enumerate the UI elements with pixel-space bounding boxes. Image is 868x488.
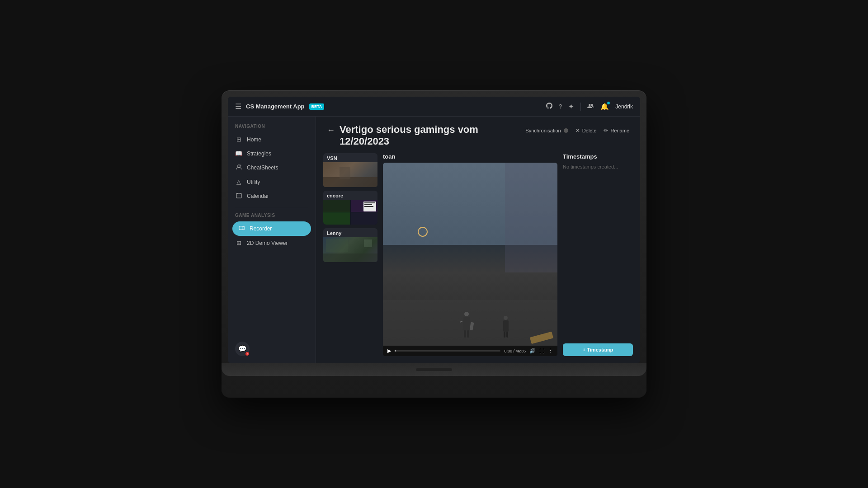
player-card-vsn[interactable]: VSN (323, 153, 377, 187)
add-timestamp-button[interactable]: + Timestamp (563, 343, 633, 356)
chat-icon-wrapper[interactable]: 💬 ! (235, 342, 250, 356)
notification-dot (607, 101, 610, 105)
page-title: Vertigo serious gamings vom 12/20/2023 (340, 124, 525, 148)
team-icon[interactable] (587, 103, 594, 110)
player-thumb-vsn (323, 162, 377, 187)
beta-badge: BETA (309, 103, 325, 110)
sidebar-item-cheatsheets-label: CheatSheets (247, 164, 278, 171)
game-analysis-label: Game analysis (228, 213, 316, 221)
sidebar-item-calendar[interactable]: Calendar (228, 189, 316, 203)
sidebar: Navigation ⊞ Home 📖 Strategies (228, 117, 316, 363)
nav-separator (235, 208, 308, 208)
calendar-icon (235, 192, 242, 200)
delete-icon: ✕ (576, 127, 580, 134)
theme-icon[interactable]: ✦ (568, 103, 574, 111)
header-right: ? ✦ 🔔 Jendrik (546, 103, 633, 111)
time-display: 0:00 / 46:35 (504, 349, 526, 353)
recorder-icon (238, 225, 245, 232)
svg-rect-4 (239, 226, 242, 230)
sync-button[interactable]: Synchronisation (525, 128, 568, 133)
sidebar-item-strategies[interactable]: 📖 Strategies (228, 146, 316, 160)
sidebar-item-utility-label: Utility (247, 179, 260, 185)
sidebar-item-strategies-label: Strategies (247, 150, 271, 157)
progress-bar[interactable] (395, 350, 500, 352)
player-name-vsn: VSN (323, 153, 377, 162)
player-name-lenny: Lenny (323, 228, 377, 237)
scene-structure (505, 163, 557, 272)
sidebar-item-demo-viewer-label: 2D Demo Viewer (247, 240, 288, 246)
cheatsheets-icon (235, 164, 242, 171)
app-header: ☰ CS Management App BETA ? ✦ (228, 97, 640, 117)
sync-label: Synchronisation (525, 128, 561, 133)
player-card-encore[interactable]: encore (323, 191, 377, 225)
page-title-area: ← Vertigo serious gamings vom 12/20/2023 (327, 124, 525, 148)
sidebar-bottom: 💬 ! (228, 342, 316, 356)
chat-error-dot: ! (245, 352, 250, 356)
page-header: ← Vertigo serious gamings vom 12/20/2023… (316, 117, 640, 153)
rename-button[interactable]: ✏ Rename (604, 127, 629, 134)
header-divider (580, 103, 581, 111)
content-area: ← Vertigo serious gamings vom 12/20/2023… (316, 117, 640, 363)
video-controls: ▶ 0:00 / 46:35 🔊 ⛶ ⋮ (383, 346, 557, 356)
sidebar-item-calendar-label: Calendar (247, 193, 269, 199)
volume-button[interactable]: 🔊 (529, 348, 536, 354)
rename-icon: ✏ (604, 127, 608, 134)
timestamps-empty-message: No timestamps created... (563, 164, 633, 170)
player-thumb-lenny (323, 237, 377, 262)
video-player[interactable]: 0:18 (383, 163, 557, 356)
timestamps-panel: Timestamps No timestamps created... + Ti… (563, 153, 633, 356)
player-thumb-encore (323, 200, 377, 225)
player-list: VSN encore (323, 153, 377, 356)
more-button[interactable]: ⋮ (548, 348, 553, 354)
progress-fill (395, 350, 396, 352)
sidebar-item-demo-viewer[interactable]: ⊞ 2D Demo Viewer (228, 236, 316, 250)
help-icon[interactable]: ? (559, 103, 562, 110)
demo-viewer-icon: ⊞ (235, 239, 242, 246)
github-icon[interactable] (546, 103, 552, 110)
sidebar-item-home[interactable]: ⊞ Home (228, 132, 316, 146)
strategies-icon: 📖 (235, 150, 242, 157)
main-layout: Navigation ⊞ Home 📖 Strategies (228, 117, 640, 363)
header-left: ☰ CS Management App BETA (235, 102, 324, 111)
user-name[interactable]: Jendrik (615, 103, 633, 110)
player-circle (418, 227, 428, 237)
sidebar-item-recorder-label: Recorder (250, 225, 272, 232)
sidebar-item-recorder[interactable]: Recorder (232, 221, 311, 236)
fullscreen-button[interactable]: ⛶ (539, 348, 544, 354)
svg-point-1 (591, 104, 594, 106)
rename-label: Rename (610, 128, 629, 133)
back-arrow[interactable]: ← (327, 126, 335, 135)
player-card-lenny[interactable]: Lenny (323, 228, 377, 262)
active-player-name: toan (383, 153, 557, 160)
video-player-area: toan (383, 153, 557, 356)
timestamps-title: Timestamps (563, 153, 633, 160)
home-icon: ⊞ (235, 136, 242, 143)
utility-icon: △ (235, 178, 242, 185)
hamburger-icon[interactable]: ☰ (235, 102, 241, 111)
svg-point-2 (237, 165, 240, 168)
delete-button[interactable]: ✕ Delete (576, 127, 597, 134)
nav-section-label: Navigation (228, 124, 316, 132)
sidebar-item-utility[interactable]: △ Utility (228, 175, 316, 189)
sidebar-item-cheatsheets[interactable]: CheatSheets (228, 160, 316, 175)
video-section: VSN encore (316, 153, 640, 363)
delete-label: Delete (582, 128, 597, 133)
sidebar-item-home-label: Home (247, 136, 261, 143)
app-title: CS Management App (246, 103, 305, 110)
player-name-encore: encore (323, 191, 377, 200)
video-frame: 0:18 (383, 163, 557, 346)
svg-rect-3 (236, 193, 241, 198)
sync-dot (564, 128, 568, 133)
notification-wrapper[interactable]: 🔔 (600, 103, 609, 111)
page-actions: Synchronisation ✕ Delete ✏ Rename (525, 127, 629, 134)
svg-point-0 (589, 104, 591, 106)
play-button[interactable]: ▶ (387, 348, 391, 354)
